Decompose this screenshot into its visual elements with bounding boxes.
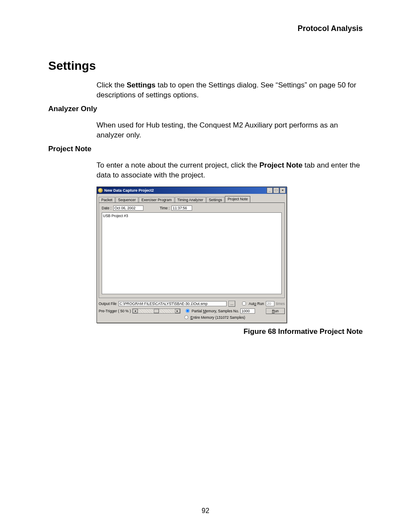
entire-memory-label: Entire Memory (131072 Samples) xyxy=(190,315,245,320)
paragraph-project-note: To enter a note about the current projec… xyxy=(97,161,363,180)
tab-panel-project-note: Date : Time : USB Project #3 xyxy=(99,202,285,298)
partial-memory-label: Partial Memory, Samples No. xyxy=(192,309,239,313)
tab-packet[interactable]: Packet xyxy=(99,197,115,203)
project-note-textarea[interactable]: USB Project #3 xyxy=(102,212,282,294)
app-icon xyxy=(98,188,103,193)
autorun-count-field xyxy=(266,301,274,306)
autorun-label: Auto Run xyxy=(249,302,264,306)
tab-project-note[interactable]: Project Note xyxy=(225,196,250,202)
tab-settings[interactable]: Settings xyxy=(206,197,225,203)
autorun-suffix: times xyxy=(276,302,285,306)
browse-button[interactable]: ... xyxy=(228,301,235,307)
partial-memory-radio[interactable] xyxy=(186,309,190,313)
figure-caption: Figure 68 Informative Project Note xyxy=(48,327,363,336)
window-title: New Data Capture Project2 xyxy=(104,188,154,193)
subhead-analyzer-only: Analyzer Only xyxy=(48,105,363,113)
maximize-button[interactable]: □ xyxy=(273,187,279,193)
pretrigger-slider[interactable]: ◂ ▸ xyxy=(132,308,181,314)
figure-screenshot: New Data Capture Project2 _ □ × Packet S… xyxy=(97,187,363,323)
entire-memory-radio[interactable] xyxy=(184,315,188,319)
window: New Data Capture Project2 _ □ × Packet S… xyxy=(97,187,287,323)
paragraph-analyzer: When used for Hub testing, the Conquest … xyxy=(97,121,363,140)
pretrigger-label: Pre-Trigger ( 50 % ) xyxy=(99,309,131,313)
subhead-project-note: Project Note xyxy=(48,145,363,153)
footer-controls: Output File ... Auto Run times Pre-Trigg… xyxy=(99,301,285,320)
tab-timing-analyzer[interactable]: Timing Analyzer xyxy=(175,197,206,203)
page: Protocol Analysis Settings Click the Set… xyxy=(0,0,411,532)
samples-field[interactable] xyxy=(240,308,255,314)
slider-right-button[interactable]: ▸ xyxy=(175,309,180,313)
titlebar[interactable]: New Data Capture Project2 _ □ × xyxy=(97,187,286,194)
section-title-settings: Settings xyxy=(48,59,363,73)
autorun-checkbox[interactable] xyxy=(242,302,246,305)
tab-sequencer[interactable]: Sequencer xyxy=(115,197,138,203)
close-button[interactable]: × xyxy=(280,187,286,193)
page-number: 92 xyxy=(0,507,411,515)
running-head: Protocol Analysis xyxy=(48,24,363,33)
output-file-field[interactable] xyxy=(118,301,227,306)
output-file-label: Output File xyxy=(99,302,117,306)
client-area: Packet Sequencer Exerciser Program Timin… xyxy=(97,194,286,323)
slider-thumb[interactable] xyxy=(154,309,159,313)
bold-project-note: Project Note xyxy=(259,161,302,169)
run-button[interactable]: Run xyxy=(266,308,285,314)
text: To enter a note about the current projec… xyxy=(97,161,259,169)
text: Click the xyxy=(97,81,127,89)
tabstrip: Packet Sequencer Exerciser Program Timin… xyxy=(99,196,285,202)
minimize-button[interactable]: _ xyxy=(267,187,273,193)
bold-settings: Settings xyxy=(127,81,156,89)
date-field[interactable] xyxy=(113,205,143,211)
date-label: Date : xyxy=(102,206,112,210)
window-controls: _ □ × xyxy=(267,187,286,193)
slider-left-button[interactable]: ◂ xyxy=(133,309,138,313)
tab-exerciser-program[interactable]: Exerciser Program xyxy=(139,197,174,203)
time-field[interactable] xyxy=(171,205,192,211)
paragraph-settings: Click the Settings tab to open the Setti… xyxy=(97,81,363,100)
time-label: Time : xyxy=(160,206,170,210)
